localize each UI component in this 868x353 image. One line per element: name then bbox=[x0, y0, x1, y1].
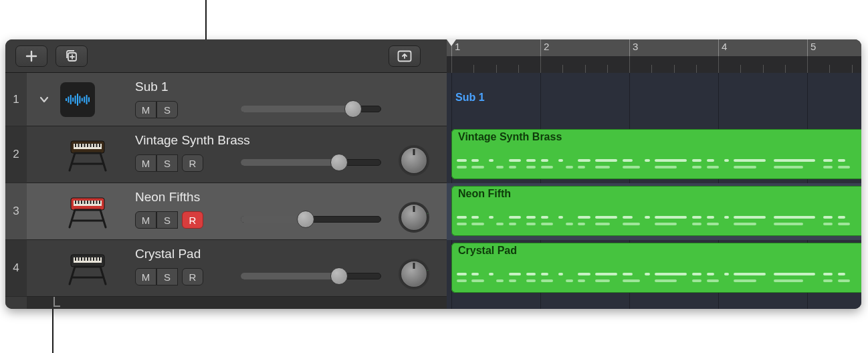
mute-button[interactable]: M bbox=[135, 211, 156, 229]
midi-note bbox=[566, 223, 573, 225]
slider-thumb[interactable] bbox=[297, 211, 314, 228]
slider-thumb[interactable] bbox=[330, 267, 348, 285]
midi-notes bbox=[457, 155, 861, 174]
midi-region[interactable]: Neon Fifth bbox=[451, 186, 861, 236]
ruler-beat-tick bbox=[473, 65, 474, 73]
mute-button[interactable]: M bbox=[135, 154, 156, 172]
midi-note bbox=[526, 279, 536, 282]
record-button[interactable]: R bbox=[182, 268, 203, 285]
volume-slider[interactable] bbox=[241, 268, 381, 284]
track-number[interactable]: 1 bbox=[5, 73, 27, 126]
content-row[interactable]: Sub 1 bbox=[447, 73, 861, 126]
divider bbox=[27, 296, 447, 297]
midi-note bbox=[566, 279, 573, 282]
midi-note bbox=[707, 223, 720, 225]
slider-fill bbox=[241, 216, 306, 223]
pan-knob[interactable] bbox=[400, 260, 428, 288]
content-row[interactable]: Neon Fifth bbox=[447, 183, 861, 240]
midi-note bbox=[692, 273, 702, 275]
content-row[interactable]: Crystal Pad bbox=[447, 240, 861, 297]
svg-rect-23 bbox=[99, 144, 100, 147]
region-title: Crystal Pad bbox=[458, 245, 517, 257]
record-button[interactable]: R bbox=[182, 154, 203, 172]
midi-note bbox=[595, 166, 610, 168]
track-icon-instrument[interactable] bbox=[67, 251, 108, 287]
track-name[interactable]: Sub 1 bbox=[135, 80, 169, 94]
track-headers: Sub 1MS Vintage Synth BrassMSR Neon Fift… bbox=[27, 73, 447, 309]
midi-note bbox=[655, 279, 677, 282]
track-icon-instrument[interactable] bbox=[67, 137, 108, 173]
midi-note bbox=[623, 279, 640, 282]
midi-note bbox=[774, 159, 816, 162]
track-name[interactable]: Vintage Synth Brass bbox=[135, 133, 250, 148]
midi-region[interactable]: Vintage Synth Brass bbox=[451, 129, 861, 179]
svg-rect-16 bbox=[78, 144, 80, 147]
midi-note bbox=[838, 273, 845, 275]
ruler-beat-tick bbox=[785, 65, 786, 73]
midi-note bbox=[541, 273, 548, 275]
solo-button[interactable]: S bbox=[156, 211, 178, 229]
svg-rect-17 bbox=[81, 144, 82, 147]
svg-rect-44 bbox=[96, 257, 98, 261]
midi-note bbox=[692, 216, 702, 219]
global-tracks-button[interactable] bbox=[389, 45, 421, 67]
track-number[interactable]: 4 bbox=[5, 240, 27, 297]
svg-rect-21 bbox=[93, 144, 94, 147]
disclosure-triangle[interactable] bbox=[36, 92, 52, 108]
tracks-content[interactable]: Sub 1Vintage Synth BrassNeon FifthCrysta… bbox=[447, 73, 861, 309]
solo-button[interactable]: S bbox=[156, 154, 178, 172]
svg-rect-3 bbox=[68, 97, 69, 103]
svg-rect-6 bbox=[75, 96, 76, 104]
midi-note bbox=[566, 166, 573, 168]
track-icon-instrument[interactable] bbox=[67, 194, 108, 230]
track-number[interactable]: 2 bbox=[5, 126, 27, 183]
pan-indicator bbox=[413, 149, 415, 155]
duplicate-track-button[interactable] bbox=[56, 45, 88, 67]
ruler-bar-label: 3 bbox=[633, 41, 638, 52]
duplicate-icon bbox=[64, 49, 79, 63]
track-header[interactable]: Neon FifthsMSR bbox=[27, 183, 447, 240]
track-buttons: MS bbox=[135, 101, 178, 118]
record-button[interactable]: R bbox=[182, 211, 203, 229]
solo-button[interactable]: S bbox=[156, 268, 178, 285]
midi-region[interactable]: Crystal Pad bbox=[451, 243, 861, 293]
midi-note bbox=[541, 159, 548, 162]
track-header-summary[interactable]: Sub 1MS bbox=[27, 73, 447, 126]
solo-button[interactable]: S bbox=[156, 101, 178, 118]
track-header[interactable]: Vintage Synth BrassMSR bbox=[27, 126, 447, 183]
midi-note bbox=[526, 216, 536, 219]
slider-thumb[interactable] bbox=[344, 100, 362, 118]
track-icon-audio[interactable] bbox=[60, 82, 95, 117]
slider-thumb[interactable] bbox=[330, 154, 348, 171]
pan-indicator bbox=[413, 206, 415, 212]
mute-button[interactable]: M bbox=[135, 101, 156, 118]
track-header[interactable]: Crystal PadMSR bbox=[27, 240, 447, 297]
app-window: 12345 1234 Sub 1MS Vintage Synth BrassMS… bbox=[5, 39, 861, 309]
volume-slider[interactable] bbox=[241, 101, 381, 117]
volume-slider[interactable] bbox=[241, 211, 381, 227]
callout-line-top bbox=[205, 0, 207, 39]
midi-note bbox=[692, 279, 702, 282]
track-name[interactable]: Neon Fifths bbox=[135, 190, 200, 205]
midi-note bbox=[645, 273, 649, 275]
midi-note bbox=[655, 223, 677, 225]
mute-button[interactable]: M bbox=[135, 268, 156, 285]
track-number[interactable]: 3 bbox=[5, 183, 27, 240]
midi-note bbox=[578, 279, 585, 282]
add-track-button[interactable] bbox=[15, 45, 47, 67]
content-row[interactable]: Vintage Synth Brass bbox=[447, 126, 861, 183]
audio-wave-icon bbox=[64, 90, 91, 110]
midi-note bbox=[526, 273, 536, 275]
track-name[interactable]: Crystal Pad bbox=[135, 247, 201, 261]
svg-rect-27 bbox=[78, 201, 80, 204]
midi-note bbox=[558, 159, 563, 162]
ruler-bar-tick bbox=[718, 39, 719, 56]
volume-slider[interactable] bbox=[241, 154, 381, 170]
timeline-ruler[interactable]: 12345 bbox=[447, 39, 861, 73]
panel-up-icon bbox=[397, 50, 412, 62]
pan-knob[interactable] bbox=[400, 146, 428, 174]
pan-knob[interactable] bbox=[400, 203, 428, 231]
playhead[interactable] bbox=[447, 39, 456, 46]
midi-note bbox=[645, 159, 649, 162]
track-header-toolbar bbox=[5, 39, 447, 73]
